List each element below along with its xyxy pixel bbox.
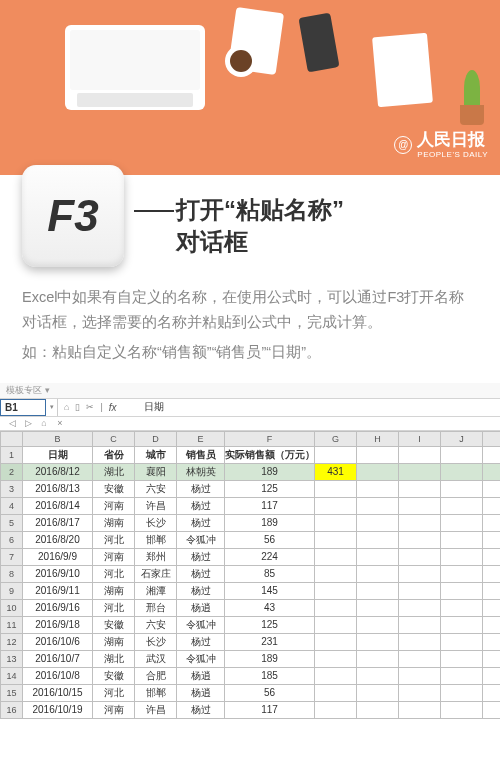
empty-cell[interactable] — [357, 548, 399, 565]
empty-cell[interactable] — [483, 548, 501, 565]
data-cell[interactable]: 襄阳 — [135, 463, 177, 480]
empty-cell[interactable] — [441, 497, 483, 514]
col-header[interactable]: G — [315, 431, 357, 446]
empty-cell[interactable] — [399, 667, 441, 684]
row-header[interactable]: 2 — [1, 463, 23, 480]
empty-cell[interactable] — [357, 667, 399, 684]
empty-cell[interactable] — [441, 633, 483, 650]
row-header[interactable]: 16 — [1, 701, 23, 718]
empty-cell[interactable] — [399, 616, 441, 633]
empty-cell[interactable] — [357, 599, 399, 616]
data-cell[interactable]: 43 — [225, 599, 315, 616]
cell-g[interactable] — [315, 582, 357, 599]
data-header-cell[interactable]: 日期 — [23, 446, 93, 463]
data-cell[interactable]: 许昌 — [135, 497, 177, 514]
empty-cell[interactable] — [483, 480, 501, 497]
row-header[interactable]: 5 — [1, 514, 23, 531]
name-box[interactable]: B1 — [0, 399, 46, 416]
data-cell[interactable]: 2016/8/14 — [23, 497, 93, 514]
row-header[interactable]: 15 — [1, 684, 23, 701]
close-icon[interactable]: × — [54, 418, 66, 428]
data-cell[interactable]: 2016/10/7 — [23, 650, 93, 667]
cell-g[interactable] — [315, 701, 357, 718]
data-cell[interactable]: 长沙 — [135, 514, 177, 531]
data-header-cell[interactable]: 城市 — [135, 446, 177, 463]
cell-g[interactable] — [315, 599, 357, 616]
fx-icon[interactable]: fx — [109, 402, 117, 413]
row-header[interactable]: 1 — [1, 446, 23, 463]
data-cell[interactable]: 2016/8/13 — [23, 480, 93, 497]
data-cell[interactable]: 湖南 — [93, 514, 135, 531]
data-cell[interactable]: 117 — [225, 701, 315, 718]
table-row[interactable]: 132016/10/7湖北武汉令狐冲189 — [1, 650, 501, 667]
empty-cell[interactable] — [357, 463, 399, 480]
data-cell[interactable]: 林朝英 — [177, 463, 225, 480]
col-header[interactable]: E — [177, 431, 225, 446]
table-row[interactable]: 1日期省份城市销售员实际销售额（万元） — [1, 446, 501, 463]
data-cell[interactable]: 杨过 — [177, 497, 225, 514]
data-cell[interactable]: 185 — [225, 667, 315, 684]
data-cell[interactable]: 石家庄 — [135, 565, 177, 582]
row-header[interactable]: 8 — [1, 565, 23, 582]
data-cell[interactable]: 杨过 — [177, 701, 225, 718]
tab-template[interactable]: 模板专区 ▾ — [6, 384, 50, 397]
table-row[interactable]: 152016/10/15河北邯郸杨逍56 — [1, 684, 501, 701]
data-cell[interactable]: 2016/10/19 — [23, 701, 93, 718]
table-row[interactable]: 162016/10/19河南许昌杨过117 — [1, 701, 501, 718]
data-cell[interactable]: 河北 — [93, 531, 135, 548]
empty-cell[interactable] — [315, 446, 357, 463]
empty-cell[interactable] — [441, 616, 483, 633]
data-cell[interactable]: 杨逍 — [177, 684, 225, 701]
data-cell[interactable]: 杨过 — [177, 582, 225, 599]
data-cell[interactable]: 56 — [225, 531, 315, 548]
name-box-dropdown[interactable]: ▾ — [46, 399, 58, 416]
data-cell[interactable]: 56 — [225, 684, 315, 701]
empty-cell[interactable] — [483, 582, 501, 599]
row-header[interactable]: 14 — [1, 667, 23, 684]
empty-cell[interactable] — [399, 480, 441, 497]
data-cell[interactable]: 224 — [225, 548, 315, 565]
data-cell[interactable]: 117 — [225, 497, 315, 514]
data-cell[interactable]: 长沙 — [135, 633, 177, 650]
empty-cell[interactable] — [399, 582, 441, 599]
cell-g[interactable] — [315, 497, 357, 514]
data-cell[interactable]: 湖北 — [93, 463, 135, 480]
data-cell[interactable]: 湖南 — [93, 582, 135, 599]
empty-cell[interactable] — [441, 599, 483, 616]
data-cell[interactable]: 河北 — [93, 599, 135, 616]
col-header[interactable]: F — [225, 431, 315, 446]
empty-cell[interactable] — [441, 514, 483, 531]
col-header[interactable]: D — [135, 431, 177, 446]
data-cell[interactable]: 杨过 — [177, 565, 225, 582]
table-row[interactable]: 32016/8/13安徽六安杨过125 — [1, 480, 501, 497]
empty-cell[interactable] — [357, 701, 399, 718]
row-header[interactable]: 7 — [1, 548, 23, 565]
table-row[interactable]: 92016/9/11湖南湘潭杨过145 — [1, 582, 501, 599]
data-cell[interactable]: 令狐冲 — [177, 650, 225, 667]
cell-g[interactable] — [315, 548, 357, 565]
cell-g[interactable] — [315, 684, 357, 701]
data-cell[interactable]: 85 — [225, 565, 315, 582]
empty-cell[interactable] — [399, 548, 441, 565]
data-cell[interactable]: 145 — [225, 582, 315, 599]
empty-cell[interactable] — [357, 446, 399, 463]
empty-cell[interactable] — [441, 565, 483, 582]
data-cell[interactable]: 湖北 — [93, 650, 135, 667]
data-cell[interactable]: 令狐冲 — [177, 531, 225, 548]
empty-cell[interactable] — [483, 684, 501, 701]
empty-cell[interactable] — [357, 514, 399, 531]
empty-cell[interactable] — [441, 701, 483, 718]
cell-g[interactable] — [315, 667, 357, 684]
data-cell[interactable]: 许昌 — [135, 701, 177, 718]
data-cell[interactable]: 武汉 — [135, 650, 177, 667]
cell-g[interactable] — [315, 565, 357, 582]
empty-cell[interactable] — [399, 514, 441, 531]
empty-cell[interactable] — [441, 650, 483, 667]
table-row[interactable]: 72016/9/9河南郑州杨过224 — [1, 548, 501, 565]
table-row[interactable]: 102016/9/16河北邢台杨逍43 — [1, 599, 501, 616]
fwd-icon[interactable]: ▷ — [22, 418, 34, 428]
cut-icon[interactable]: ✂ — [86, 402, 94, 412]
empty-cell[interactable] — [399, 701, 441, 718]
cell-g[interactable] — [315, 514, 357, 531]
col-header[interactable]: K — [483, 431, 501, 446]
